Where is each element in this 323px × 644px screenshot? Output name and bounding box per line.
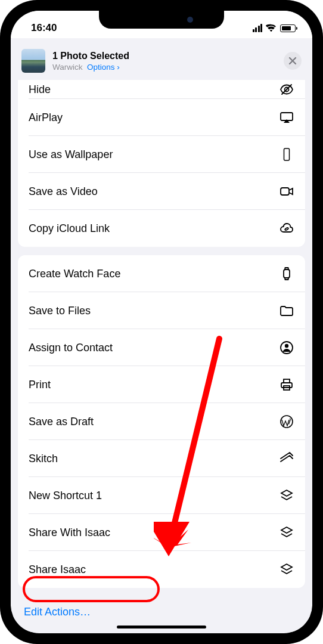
phone-outline-icon (279, 147, 294, 162)
action-save-draft[interactable]: Save as Draft (18, 403, 305, 440)
action-hide[interactable]: Hide (18, 80, 305, 99)
phone-frame: 16:40 1 Photo Selected Warwick Options › (0, 0, 323, 644)
action-label: Assign to Contact (29, 342, 113, 354)
phone-screen: 16:40 1 Photo Selected Warwick Options › (11, 11, 312, 633)
close-icon (288, 57, 297, 65)
action-share-isaac[interactable]: Share Isaac (18, 551, 305, 588)
svg-rect-9 (281, 383, 292, 388)
action-share-with-isaac[interactable]: Share With Isaac (18, 514, 305, 551)
header-text: 1 Photo Selected Warwick Options › (52, 50, 277, 71)
share-sheet: 1 Photo Selected Warwick Options › Hide (13, 41, 310, 632)
action-label: Skitch (29, 453, 58, 465)
action-label: Create Watch Face (29, 268, 120, 280)
skitch-icon (279, 451, 294, 466)
action-icloud-link[interactable]: Copy iCloud Link (18, 210, 305, 247)
svg-rect-3 (284, 148, 290, 160)
svg-rect-4 (281, 188, 289, 195)
options-link[interactable]: Options › (87, 63, 120, 72)
svg-point-8 (285, 344, 288, 348)
action-label: Copy iCloud Link (29, 222, 110, 235)
action-label: Save as Draft (29, 416, 94, 428)
action-label: New Shortcut 1 (29, 490, 102, 502)
edit-actions-button[interactable]: Edit Actions… (24, 606, 91, 618)
layers-icon (279, 562, 294, 577)
wordpress-icon (279, 414, 294, 429)
close-button[interactable] (284, 52, 302, 70)
svg-rect-10 (284, 379, 290, 383)
action-label: Print (29, 379, 51, 391)
battery-icon (280, 24, 296, 32)
actions-scroll[interactable]: Hide AirPlay Use as Wallpaper Save as Vi… (13, 80, 310, 632)
folder-icon (279, 303, 294, 318)
actions-group-1: Hide AirPlay Use as Wallpaper Save as Vi… (18, 80, 305, 247)
printer-icon (279, 377, 294, 392)
layers-icon (279, 488, 294, 503)
status-time: 16:40 (31, 22, 57, 34)
notch (99, 11, 224, 29)
action-save-video[interactable]: Save as Video (18, 173, 305, 210)
action-watch-face[interactable]: Create Watch Face (18, 255, 305, 292)
header-title: 1 Photo Selected (52, 50, 277, 61)
action-assign-contact[interactable]: Assign to Contact (18, 329, 305, 366)
action-label: Hide (29, 83, 51, 96)
svg-point-5 (285, 227, 289, 231)
action-new-shortcut[interactable]: New Shortcut 1 (18, 477, 305, 514)
action-label: Use as Wallpaper (29, 148, 113, 161)
photo-thumbnail[interactable] (21, 49, 45, 73)
svg-rect-6 (284, 270, 290, 278)
home-indicator[interactable] (117, 626, 206, 628)
status-indicators (253, 24, 296, 32)
wifi-icon (266, 24, 277, 32)
edit-actions-row: Edit Actions… (13, 596, 310, 629)
sheet-header: 1 Photo Selected Warwick Options › (13, 41, 310, 80)
action-skitch[interactable]: Skitch (18, 440, 305, 477)
action-label: Save to Files (29, 305, 91, 317)
person-circle-icon (279, 340, 294, 355)
cloud-link-icon (279, 221, 294, 236)
watch-icon (279, 266, 294, 281)
action-label: Share Isaac (29, 564, 86, 576)
eye-slash-icon (279, 82, 294, 97)
layers-icon (279, 525, 294, 540)
action-print[interactable]: Print (18, 366, 305, 403)
header-subtitle: Warwick Options › (52, 63, 277, 72)
action-save-files[interactable]: Save to Files (18, 292, 305, 329)
action-label: Save as Video (29, 185, 98, 198)
video-icon (279, 184, 294, 199)
header-location: Warwick (52, 63, 83, 72)
action-label: AirPlay (29, 112, 63, 124)
action-airplay[interactable]: AirPlay (18, 99, 305, 136)
action-wallpaper[interactable]: Use as Wallpaper (18, 136, 305, 173)
actions-group-2: Create Watch Face Save to Files Assign t… (18, 255, 305, 588)
cellular-icon (253, 24, 263, 32)
airplay-icon (279, 110, 294, 125)
action-label: Share With Isaac (29, 527, 110, 539)
